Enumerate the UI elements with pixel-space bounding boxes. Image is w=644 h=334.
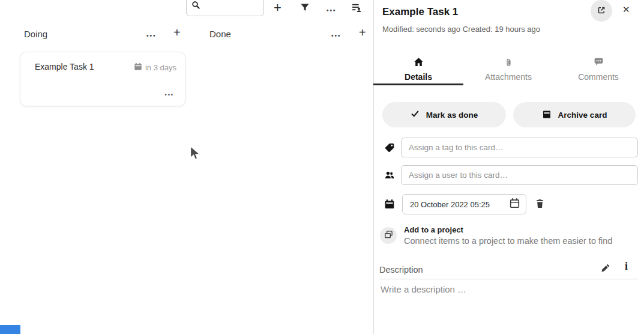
card-menu-button[interactable]: ••• — [165, 90, 174, 99]
close-panel-button[interactable]: ✕ — [622, 4, 630, 15]
tab-details-label: Details — [405, 72, 432, 82]
plus-icon: + — [359, 26, 366, 39]
edit-description-button[interactable] — [601, 263, 610, 275]
list-view-icon — [352, 2, 362, 14]
comment-icon — [553, 57, 643, 68]
assign-user-input[interactable] — [401, 165, 638, 185]
remove-date-button[interactable] — [535, 198, 545, 211]
column-title-doing: Doing — [24, 29, 47, 39]
task-card[interactable]: Example Task 1 in 3 days ••• — [20, 52, 185, 106]
column-doing-menu-button[interactable]: ••• — [146, 31, 157, 40]
ellipsis-icon: ••• — [327, 7, 337, 14]
archive-card-button[interactable]: Archive card — [513, 102, 636, 127]
ellipsis-icon: ••• — [165, 92, 174, 98]
trash-icon — [535, 198, 545, 211]
tab-comments[interactable]: Comments — [553, 51, 643, 85]
description-placeholder: Write a description … — [381, 284, 466, 294]
home-icon — [373, 57, 463, 68]
column-doing-add-button[interactable]: + — [173, 26, 181, 38]
tab-details[interactable]: Details — [373, 51, 463, 85]
mark-as-done-button[interactable]: Mark as done — [382, 102, 506, 127]
open-in-window-button[interactable] — [591, 0, 612, 22]
tab-attachments[interactable]: Attachments — [463, 51, 553, 85]
archive-card-label: Archive card — [558, 111, 607, 120]
mouse-cursor — [190, 145, 200, 163]
description-editor[interactable]: Write a description … — [381, 284, 633, 329]
filter-icon — [300, 2, 310, 14]
close-icon: ✕ — [622, 4, 630, 14]
pencil-icon — [601, 263, 610, 275]
tab-comments-label: Comments — [578, 72, 619, 82]
panel-divider — [373, 0, 374, 334]
description-divider — [379, 279, 638, 279]
due-date-value: 20 October 2022 05:25 — [410, 200, 509, 209]
info-icon: i — [625, 260, 628, 272]
search-input[interactable] — [200, 1, 257, 13]
board-menu-button[interactable]: ••• — [327, 5, 337, 14]
users-icon — [384, 170, 395, 183]
filter-button[interactable] — [300, 2, 310, 14]
column-title-done: Done — [209, 29, 231, 39]
add-to-project-title[interactable]: Add to a project — [404, 225, 463, 234]
ellipsis-icon: ••• — [146, 32, 157, 39]
assign-tag-input[interactable] — [401, 138, 638, 157]
column-done-menu-button[interactable]: ••• — [331, 31, 342, 40]
osk-toggle-rect — [0, 325, 20, 334]
card-title: Example Task 1 — [35, 62, 94, 71]
add-card-button[interactable]: + — [274, 1, 281, 14]
date-picker-button[interactable] — [509, 198, 520, 211]
description-label: Description — [379, 265, 423, 275]
panel-title: Example Task 1 — [382, 6, 458, 18]
search-box — [186, 0, 264, 16]
calendar-icon — [134, 62, 142, 73]
check-icon — [411, 109, 420, 120]
archive-icon — [542, 109, 552, 121]
calendar-outline-icon — [509, 198, 520, 211]
plus-icon: + — [173, 26, 181, 39]
card-due-badge: in 3 days — [134, 62, 176, 73]
add-to-project-subtitle: Connect items to a project to make them … — [404, 236, 612, 246]
calendar-icon — [384, 199, 395, 212]
mark-as-done-label: Mark as done — [426, 111, 478, 120]
due-date-field[interactable]: 20 October 2022 05:25 — [402, 194, 526, 214]
panel-meta: Modified: seconds ago Created: 19 hours … — [382, 25, 540, 34]
active-tab-indicator — [373, 84, 463, 85]
projects-icon — [384, 230, 393, 241]
view-toggle-button[interactable] — [352, 2, 362, 14]
paperclip-icon — [463, 57, 553, 68]
project-icon-circle — [380, 227, 397, 244]
markdown-info-button[interactable]: i — [625, 261, 628, 272]
card-due-label: in 3 days — [145, 63, 176, 72]
plus-icon: + — [274, 0, 281, 15]
ellipsis-icon: ••• — [331, 32, 342, 39]
search-icon — [191, 1, 200, 12]
tag-icon — [384, 142, 395, 156]
app-window: + ••• Doing ••• + Done ••• + — [0, 0, 644, 334]
tab-attachments-label: Attachments — [485, 72, 532, 82]
external-link-icon — [597, 5, 606, 17]
column-done-add-button[interactable]: + — [359, 26, 366, 38]
